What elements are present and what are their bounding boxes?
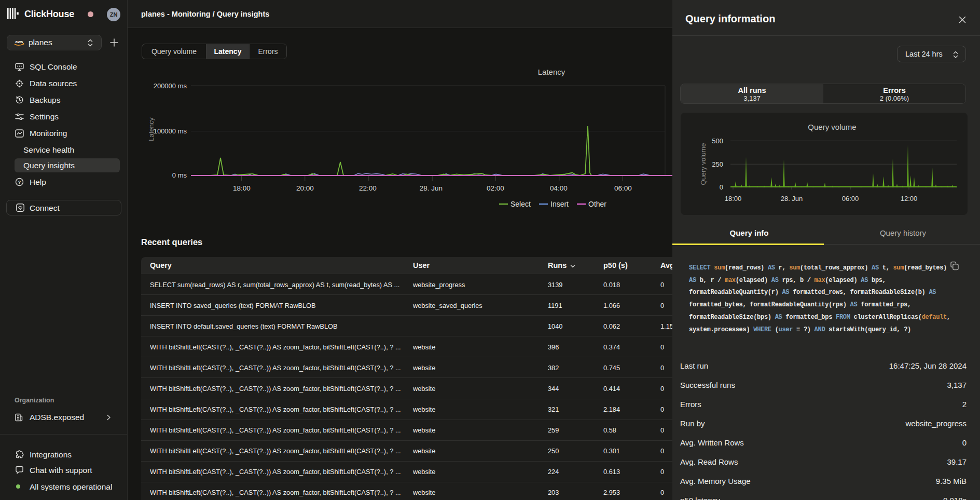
svg-text:?: ?	[18, 180, 21, 185]
svg-text:Other: Other	[588, 200, 606, 208]
svg-text:250: 250	[712, 160, 723, 168]
svg-text:02:00: 02:00	[487, 184, 504, 192]
svg-text:06:00: 06:00	[614, 184, 632, 192]
svg-text:500: 500	[712, 137, 723, 145]
svg-text:20:00: 20:00	[296, 184, 314, 192]
svg-text:Latency: Latency	[538, 67, 565, 76]
svg-text:Latency: Latency	[147, 117, 155, 141]
svg-text:18:00: 18:00	[233, 184, 251, 192]
svg-text:100000 ms: 100000 ms	[154, 127, 187, 135]
svg-text:200000 ms: 200000 ms	[154, 82, 187, 90]
svg-text:Query volume: Query volume	[808, 123, 856, 131]
svg-text:Insert: Insert	[550, 200, 569, 208]
svg-text:0 ms: 0 ms	[172, 171, 187, 179]
svg-text:04:00: 04:00	[550, 184, 568, 192]
svg-text:12:00: 12:00	[901, 195, 918, 202]
svg-text:28. Jun: 28. Jun	[420, 184, 443, 192]
svg-text:Select: Select	[510, 200, 531, 208]
svg-text:18:00: 18:00	[725, 195, 742, 202]
svg-text:aws: aws	[15, 39, 23, 44]
svg-text:Query volume: Query volume	[699, 143, 707, 185]
svg-text:22:00: 22:00	[359, 184, 377, 192]
svg-text:0: 0	[720, 183, 723, 191]
svg-text:06:00: 06:00	[842, 195, 859, 202]
svg-text:28. Jun: 28. Jun	[781, 195, 803, 202]
